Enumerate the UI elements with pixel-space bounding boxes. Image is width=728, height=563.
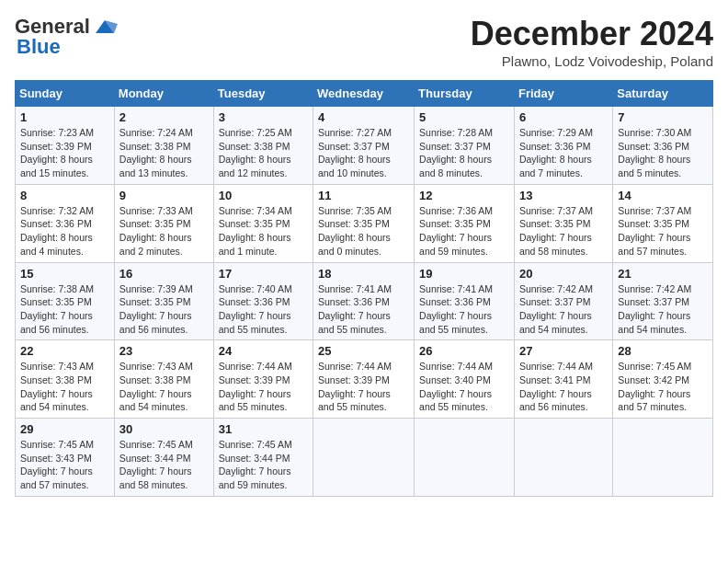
day-number: 12 xyxy=(419,189,509,202)
day-number: 3 xyxy=(219,110,308,124)
calendar-cell: 10 Sunrise: 7:34 AM Sunset: 3:35 PM Dayl… xyxy=(213,184,313,262)
day-info: Sunrise: 7:43 AM Sunset: 3:38 PM Dayligh… xyxy=(20,360,109,414)
day-info: Sunrise: 7:33 AM Sunset: 3:35 PM Dayligh… xyxy=(119,204,209,259)
day-info: Sunrise: 7:29 AM Sunset: 3:36 PM Dayligh… xyxy=(519,126,608,180)
logo: General Blue xyxy=(15,15,118,59)
calendar-header-row: SundayMondayTuesdayWednesdayThursdayFrid… xyxy=(16,81,713,107)
calendar-week-row: 22 Sunrise: 7:43 AM Sunset: 3:38 PM Dayl… xyxy=(16,340,713,419)
calendar-cell: 25 Sunrise: 7:44 AM Sunset: 3:39 PM Dayl… xyxy=(313,340,415,419)
calendar-cell: 16 Sunrise: 7:39 AM Sunset: 3:35 PM Dayl… xyxy=(114,262,213,340)
calendar-cell: 9 Sunrise: 7:33 AM Sunset: 3:35 PM Dayli… xyxy=(114,184,213,262)
day-info: Sunrise: 7:36 AM Sunset: 3:35 PM Dayligh… xyxy=(419,204,509,259)
day-info: Sunrise: 7:44 AM Sunset: 3:39 PM Dayligh… xyxy=(318,360,409,414)
day-number: 15 xyxy=(20,267,109,281)
logo-blue-text: Blue xyxy=(17,35,61,59)
day-number: 23 xyxy=(119,344,209,358)
calendar-cell: 3 Sunrise: 7:25 AM Sunset: 3:38 PM Dayli… xyxy=(213,107,313,185)
day-info: Sunrise: 7:42 AM Sunset: 3:37 PM Dayligh… xyxy=(618,282,708,337)
calendar-cell xyxy=(313,419,415,497)
calendar-cell: 6 Sunrise: 7:29 AM Sunset: 3:36 PM Dayli… xyxy=(514,107,612,185)
day-info: Sunrise: 7:44 AM Sunset: 3:40 PM Dayligh… xyxy=(419,360,509,414)
calendar-cell: 29 Sunrise: 7:45 AM Sunset: 3:43 PM Dayl… xyxy=(16,419,115,497)
day-info: Sunrise: 7:28 AM Sunset: 3:37 PM Dayligh… xyxy=(419,126,509,180)
calendar-cell: 5 Sunrise: 7:28 AM Sunset: 3:37 PM Dayli… xyxy=(415,107,515,185)
day-number: 30 xyxy=(119,422,209,436)
calendar-cell: 27 Sunrise: 7:44 AM Sunset: 3:41 PM Dayl… xyxy=(514,340,612,419)
calendar-cell: 31 Sunrise: 7:45 AM Sunset: 3:44 PM Dayl… xyxy=(213,419,313,497)
calendar-cell: 1 Sunrise: 7:23 AM Sunset: 3:39 PM Dayli… xyxy=(16,107,115,185)
day-number: 1 xyxy=(20,110,109,124)
day-number: 20 xyxy=(519,267,608,281)
day-header-friday: Friday xyxy=(514,81,612,107)
day-info: Sunrise: 7:35 AM Sunset: 3:35 PM Dayligh… xyxy=(318,204,409,259)
calendar-cell: 19 Sunrise: 7:41 AM Sunset: 3:36 PM Dayl… xyxy=(415,262,515,340)
day-info: Sunrise: 7:24 AM Sunset: 3:38 PM Dayligh… xyxy=(119,126,209,180)
calendar-week-row: 29 Sunrise: 7:45 AM Sunset: 3:43 PM Dayl… xyxy=(16,419,713,497)
day-info: Sunrise: 7:44 AM Sunset: 3:41 PM Dayligh… xyxy=(519,360,608,414)
day-number: 28 xyxy=(618,344,708,358)
day-number: 18 xyxy=(318,267,409,281)
calendar-cell: 28 Sunrise: 7:45 AM Sunset: 3:42 PM Dayl… xyxy=(613,340,713,419)
day-number: 2 xyxy=(119,110,209,124)
day-header-tuesday: Tuesday xyxy=(213,81,313,107)
day-number: 8 xyxy=(20,189,109,202)
month-title: December 2024 xyxy=(471,15,713,53)
day-info: Sunrise: 7:34 AM Sunset: 3:35 PM Dayligh… xyxy=(219,204,308,259)
day-number: 9 xyxy=(119,189,209,202)
day-info: Sunrise: 7:38 AM Sunset: 3:35 PM Dayligh… xyxy=(20,282,109,337)
day-number: 7 xyxy=(618,110,708,124)
calendar-cell: 23 Sunrise: 7:43 AM Sunset: 3:38 PM Dayl… xyxy=(114,340,213,419)
calendar-week-row: 1 Sunrise: 7:23 AM Sunset: 3:39 PM Dayli… xyxy=(16,107,713,185)
calendar-cell: 17 Sunrise: 7:40 AM Sunset: 3:36 PM Dayl… xyxy=(213,262,313,340)
day-number: 11 xyxy=(318,189,409,202)
day-info: Sunrise: 7:37 AM Sunset: 3:35 PM Dayligh… xyxy=(618,204,708,259)
day-info: Sunrise: 7:45 AM Sunset: 3:43 PM Dayligh… xyxy=(20,438,109,492)
calendar-cell: 21 Sunrise: 7:42 AM Sunset: 3:37 PM Dayl… xyxy=(613,262,713,340)
calendar-cell: 13 Sunrise: 7:37 AM Sunset: 3:35 PM Dayl… xyxy=(514,184,612,262)
day-header-monday: Monday xyxy=(114,81,213,107)
day-info: Sunrise: 7:30 AM Sunset: 3:36 PM Dayligh… xyxy=(618,126,708,180)
calendar-cell: 30 Sunrise: 7:45 AM Sunset: 3:44 PM Dayl… xyxy=(114,419,213,497)
day-number: 19 xyxy=(419,267,509,281)
day-header-sunday: Sunday xyxy=(16,81,115,107)
day-info: Sunrise: 7:45 AM Sunset: 3:44 PM Dayligh… xyxy=(219,438,308,492)
logo-icon xyxy=(92,17,118,37)
day-info: Sunrise: 7:41 AM Sunset: 3:36 PM Dayligh… xyxy=(419,282,509,337)
day-number: 29 xyxy=(20,422,109,436)
day-number: 25 xyxy=(318,344,409,358)
calendar-week-row: 8 Sunrise: 7:32 AM Sunset: 3:36 PM Dayli… xyxy=(16,184,713,262)
title-block: December 2024 Plawno, Lodz Voivodeship, … xyxy=(471,15,713,69)
day-info: Sunrise: 7:25 AM Sunset: 3:38 PM Dayligh… xyxy=(219,126,308,180)
day-info: Sunrise: 7:44 AM Sunset: 3:39 PM Dayligh… xyxy=(219,360,308,414)
day-info: Sunrise: 7:45 AM Sunset: 3:44 PM Dayligh… xyxy=(119,438,209,492)
day-header-saturday: Saturday xyxy=(613,81,713,107)
calendar-cell: 12 Sunrise: 7:36 AM Sunset: 3:35 PM Dayl… xyxy=(415,184,515,262)
day-number: 6 xyxy=(519,110,608,124)
day-header-thursday: Thursday xyxy=(415,81,515,107)
calendar-cell: 22 Sunrise: 7:43 AM Sunset: 3:38 PM Dayl… xyxy=(16,340,115,419)
calendar-table: SundayMondayTuesdayWednesdayThursdayFrid… xyxy=(15,80,713,497)
day-number: 4 xyxy=(318,110,409,124)
day-info: Sunrise: 7:39 AM Sunset: 3:35 PM Dayligh… xyxy=(119,282,209,337)
calendar-cell: 26 Sunrise: 7:44 AM Sunset: 3:40 PM Dayl… xyxy=(415,340,515,419)
day-number: 10 xyxy=(219,189,308,202)
calendar-cell: 14 Sunrise: 7:37 AM Sunset: 3:35 PM Dayl… xyxy=(613,184,713,262)
day-info: Sunrise: 7:40 AM Sunset: 3:36 PM Dayligh… xyxy=(219,282,308,337)
day-header-wednesday: Wednesday xyxy=(313,81,415,107)
day-number: 21 xyxy=(618,267,708,281)
day-number: 31 xyxy=(219,422,308,436)
day-number: 14 xyxy=(618,189,708,202)
calendar-cell: 7 Sunrise: 7:30 AM Sunset: 3:36 PM Dayli… xyxy=(613,107,713,185)
day-info: Sunrise: 7:27 AM Sunset: 3:37 PM Dayligh… xyxy=(318,126,409,180)
day-info: Sunrise: 7:42 AM Sunset: 3:37 PM Dayligh… xyxy=(519,282,608,337)
calendar-cell: 8 Sunrise: 7:32 AM Sunset: 3:36 PM Dayli… xyxy=(16,184,115,262)
day-info: Sunrise: 7:43 AM Sunset: 3:38 PM Dayligh… xyxy=(119,360,209,414)
calendar-cell: 11 Sunrise: 7:35 AM Sunset: 3:35 PM Dayl… xyxy=(313,184,415,262)
calendar-cell: 2 Sunrise: 7:24 AM Sunset: 3:38 PM Dayli… xyxy=(114,107,213,185)
calendar-cell xyxy=(613,419,713,497)
day-number: 17 xyxy=(219,267,308,281)
calendar-cell: 24 Sunrise: 7:44 AM Sunset: 3:39 PM Dayl… xyxy=(213,340,313,419)
day-number: 13 xyxy=(519,189,608,202)
calendar-cell: 4 Sunrise: 7:27 AM Sunset: 3:37 PM Dayli… xyxy=(313,107,415,185)
calendar-cell xyxy=(514,419,612,497)
